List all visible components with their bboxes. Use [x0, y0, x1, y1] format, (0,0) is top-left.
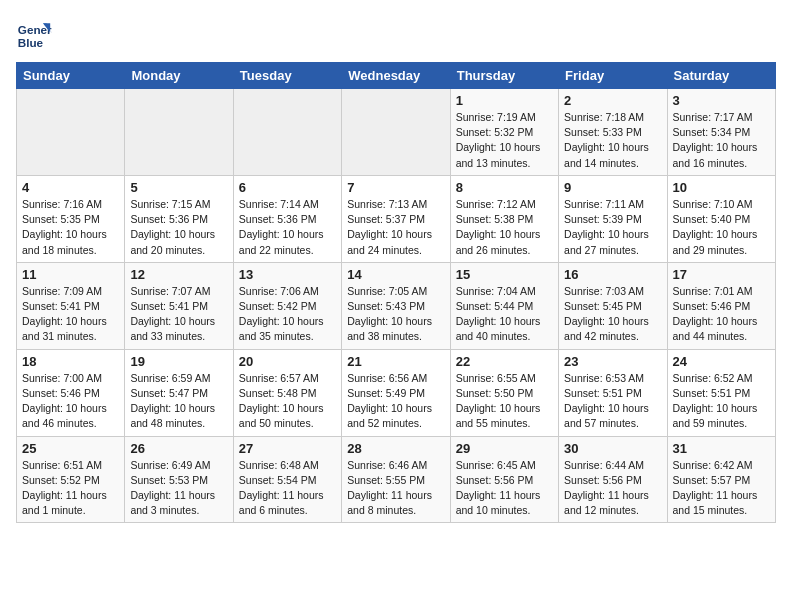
calendar-cell: [342, 89, 450, 176]
day-info: Sunrise: 6:52 AM Sunset: 5:51 PM Dayligh…: [673, 371, 770, 432]
day-number: 2: [564, 93, 661, 108]
calendar-table: SundayMondayTuesdayWednesdayThursdayFrid…: [16, 62, 776, 523]
weekday-header-monday: Monday: [125, 63, 233, 89]
day-number: 7: [347, 180, 444, 195]
day-info: Sunrise: 7:19 AM Sunset: 5:32 PM Dayligh…: [456, 110, 553, 171]
day-info: Sunrise: 7:07 AM Sunset: 5:41 PM Dayligh…: [130, 284, 227, 345]
calendar-cell: 2Sunrise: 7:18 AM Sunset: 5:33 PM Daylig…: [559, 89, 667, 176]
day-info: Sunrise: 6:55 AM Sunset: 5:50 PM Dayligh…: [456, 371, 553, 432]
day-number: 19: [130, 354, 227, 369]
calendar-cell: 16Sunrise: 7:03 AM Sunset: 5:45 PM Dayli…: [559, 262, 667, 349]
calendar-cell: 3Sunrise: 7:17 AM Sunset: 5:34 PM Daylig…: [667, 89, 775, 176]
calendar-cell: 7Sunrise: 7:13 AM Sunset: 5:37 PM Daylig…: [342, 175, 450, 262]
calendar-cell: 4Sunrise: 7:16 AM Sunset: 5:35 PM Daylig…: [17, 175, 125, 262]
weekday-header-thursday: Thursday: [450, 63, 558, 89]
weekday-header-row: SundayMondayTuesdayWednesdayThursdayFrid…: [17, 63, 776, 89]
calendar-cell: 26Sunrise: 6:49 AM Sunset: 5:53 PM Dayli…: [125, 436, 233, 523]
calendar-cell: [233, 89, 341, 176]
day-number: 27: [239, 441, 336, 456]
calendar-week-row: 25Sunrise: 6:51 AM Sunset: 5:52 PM Dayli…: [17, 436, 776, 523]
day-number: 21: [347, 354, 444, 369]
day-number: 9: [564, 180, 661, 195]
day-number: 20: [239, 354, 336, 369]
day-number: 28: [347, 441, 444, 456]
day-number: 1: [456, 93, 553, 108]
calendar-cell: 30Sunrise: 6:44 AM Sunset: 5:56 PM Dayli…: [559, 436, 667, 523]
day-number: 30: [564, 441, 661, 456]
calendar-cell: 9Sunrise: 7:11 AM Sunset: 5:39 PM Daylig…: [559, 175, 667, 262]
calendar-cell: 25Sunrise: 6:51 AM Sunset: 5:52 PM Dayli…: [17, 436, 125, 523]
weekday-header-wednesday: Wednesday: [342, 63, 450, 89]
calendar-cell: 21Sunrise: 6:56 AM Sunset: 5:49 PM Dayli…: [342, 349, 450, 436]
calendar-cell: 13Sunrise: 7:06 AM Sunset: 5:42 PM Dayli…: [233, 262, 341, 349]
weekday-header-tuesday: Tuesday: [233, 63, 341, 89]
calendar-week-row: 18Sunrise: 7:00 AM Sunset: 5:46 PM Dayli…: [17, 349, 776, 436]
calendar-cell: 23Sunrise: 6:53 AM Sunset: 5:51 PM Dayli…: [559, 349, 667, 436]
day-number: 12: [130, 267, 227, 282]
header: General Blue: [16, 16, 776, 52]
day-info: Sunrise: 6:44 AM Sunset: 5:56 PM Dayligh…: [564, 458, 661, 519]
calendar-cell: 27Sunrise: 6:48 AM Sunset: 5:54 PM Dayli…: [233, 436, 341, 523]
weekday-header-friday: Friday: [559, 63, 667, 89]
calendar-cell: 8Sunrise: 7:12 AM Sunset: 5:38 PM Daylig…: [450, 175, 558, 262]
weekday-header-sunday: Sunday: [17, 63, 125, 89]
day-info: Sunrise: 7:12 AM Sunset: 5:38 PM Dayligh…: [456, 197, 553, 258]
day-number: 5: [130, 180, 227, 195]
day-info: Sunrise: 6:46 AM Sunset: 5:55 PM Dayligh…: [347, 458, 444, 519]
day-number: 11: [22, 267, 119, 282]
calendar-cell: [125, 89, 233, 176]
calendar-cell: 29Sunrise: 6:45 AM Sunset: 5:56 PM Dayli…: [450, 436, 558, 523]
day-info: Sunrise: 7:11 AM Sunset: 5:39 PM Dayligh…: [564, 197, 661, 258]
day-info: Sunrise: 7:06 AM Sunset: 5:42 PM Dayligh…: [239, 284, 336, 345]
day-info: Sunrise: 7:18 AM Sunset: 5:33 PM Dayligh…: [564, 110, 661, 171]
day-number: 13: [239, 267, 336, 282]
calendar-cell: 31Sunrise: 6:42 AM Sunset: 5:57 PM Dayli…: [667, 436, 775, 523]
day-number: 15: [456, 267, 553, 282]
day-info: Sunrise: 7:14 AM Sunset: 5:36 PM Dayligh…: [239, 197, 336, 258]
day-info: Sunrise: 6:45 AM Sunset: 5:56 PM Dayligh…: [456, 458, 553, 519]
day-number: 6: [239, 180, 336, 195]
calendar-cell: 28Sunrise: 6:46 AM Sunset: 5:55 PM Dayli…: [342, 436, 450, 523]
day-info: Sunrise: 7:13 AM Sunset: 5:37 PM Dayligh…: [347, 197, 444, 258]
day-info: Sunrise: 6:53 AM Sunset: 5:51 PM Dayligh…: [564, 371, 661, 432]
day-number: 31: [673, 441, 770, 456]
calendar-cell: 24Sunrise: 6:52 AM Sunset: 5:51 PM Dayli…: [667, 349, 775, 436]
day-info: Sunrise: 7:00 AM Sunset: 5:46 PM Dayligh…: [22, 371, 119, 432]
day-info: Sunrise: 7:03 AM Sunset: 5:45 PM Dayligh…: [564, 284, 661, 345]
calendar-cell: 14Sunrise: 7:05 AM Sunset: 5:43 PM Dayli…: [342, 262, 450, 349]
calendar-cell: [17, 89, 125, 176]
day-number: 4: [22, 180, 119, 195]
day-info: Sunrise: 6:59 AM Sunset: 5:47 PM Dayligh…: [130, 371, 227, 432]
calendar-cell: 20Sunrise: 6:57 AM Sunset: 5:48 PM Dayli…: [233, 349, 341, 436]
day-number: 10: [673, 180, 770, 195]
day-info: Sunrise: 7:17 AM Sunset: 5:34 PM Dayligh…: [673, 110, 770, 171]
svg-text:Blue: Blue: [18, 36, 44, 49]
day-info: Sunrise: 6:42 AM Sunset: 5:57 PM Dayligh…: [673, 458, 770, 519]
calendar-cell: 10Sunrise: 7:10 AM Sunset: 5:40 PM Dayli…: [667, 175, 775, 262]
day-info: Sunrise: 6:57 AM Sunset: 5:48 PM Dayligh…: [239, 371, 336, 432]
calendar-cell: 15Sunrise: 7:04 AM Sunset: 5:44 PM Dayli…: [450, 262, 558, 349]
calendar-cell: 6Sunrise: 7:14 AM Sunset: 5:36 PM Daylig…: [233, 175, 341, 262]
day-number: 24: [673, 354, 770, 369]
day-info: Sunrise: 6:49 AM Sunset: 5:53 PM Dayligh…: [130, 458, 227, 519]
logo: General Blue: [16, 16, 56, 52]
day-number: 18: [22, 354, 119, 369]
day-info: Sunrise: 7:01 AM Sunset: 5:46 PM Dayligh…: [673, 284, 770, 345]
day-number: 25: [22, 441, 119, 456]
calendar-cell: 19Sunrise: 6:59 AM Sunset: 5:47 PM Dayli…: [125, 349, 233, 436]
calendar-week-row: 1Sunrise: 7:19 AM Sunset: 5:32 PM Daylig…: [17, 89, 776, 176]
day-info: Sunrise: 7:04 AM Sunset: 5:44 PM Dayligh…: [456, 284, 553, 345]
day-number: 14: [347, 267, 444, 282]
calendar-cell: 1Sunrise: 7:19 AM Sunset: 5:32 PM Daylig…: [450, 89, 558, 176]
day-info: Sunrise: 7:15 AM Sunset: 5:36 PM Dayligh…: [130, 197, 227, 258]
calendar-week-row: 11Sunrise: 7:09 AM Sunset: 5:41 PM Dayli…: [17, 262, 776, 349]
day-number: 17: [673, 267, 770, 282]
calendar-cell: 5Sunrise: 7:15 AM Sunset: 5:36 PM Daylig…: [125, 175, 233, 262]
day-number: 29: [456, 441, 553, 456]
weekday-header-saturday: Saturday: [667, 63, 775, 89]
day-number: 8: [456, 180, 553, 195]
day-info: Sunrise: 7:16 AM Sunset: 5:35 PM Dayligh…: [22, 197, 119, 258]
calendar-cell: 11Sunrise: 7:09 AM Sunset: 5:41 PM Dayli…: [17, 262, 125, 349]
calendar-cell: 18Sunrise: 7:00 AM Sunset: 5:46 PM Dayli…: [17, 349, 125, 436]
calendar-week-row: 4Sunrise: 7:16 AM Sunset: 5:35 PM Daylig…: [17, 175, 776, 262]
